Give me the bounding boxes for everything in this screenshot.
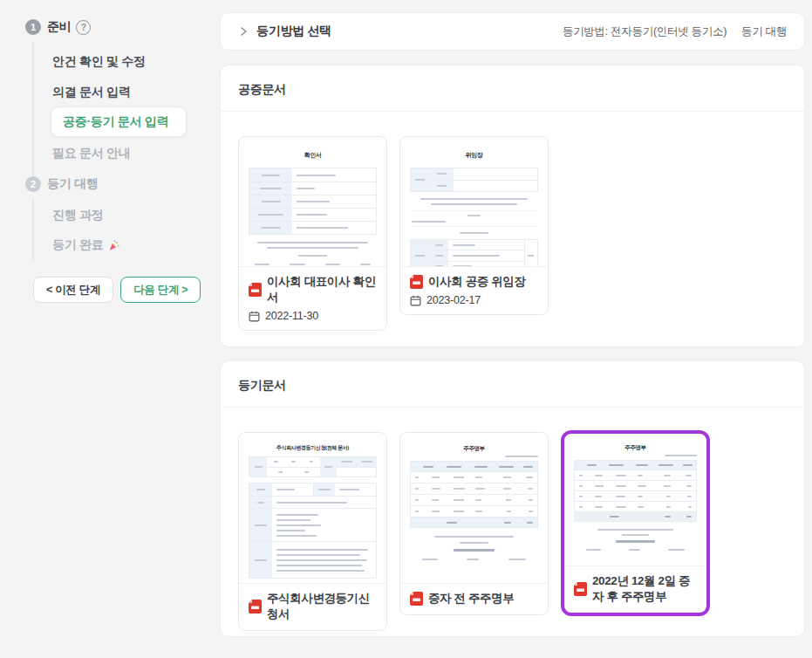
step-1-header: 1 준비 ? [25,19,91,35]
chevron-right-icon [238,26,249,37]
section-title: 공증문서 [221,65,804,111]
pdf-icon [574,582,587,596]
document-card-power-of-attorney[interactable]: 위임장 [399,136,549,315]
next-step-button[interactable]: 다음 단계 > [120,277,201,303]
step-connector-line [32,199,34,260]
document-file-title: 이사회 공증 위임장 [428,274,526,290]
thumbnail-doc-title: 위임장 [410,151,538,160]
card-footer: 이사회 공증 위임장 2023-02-17 [400,266,548,314]
sidebar-item-resolution-docs[interactable]: 의결 문서 입력 [52,85,130,100]
party-popper-icon [107,239,120,252]
thumbnail-doc-title: 주주명부 [574,444,697,452]
step-connector-line [32,42,34,185]
document-thumbnail: 확인서 [239,137,386,266]
card-list: 확인서 [221,112,804,331]
pdf-icon [410,275,423,289]
pdf-icon [249,283,262,297]
thumbnail-doc-title: 주주명부 [410,445,538,453]
document-file-title: 증자 전 주주명부 [428,591,514,607]
step-1-number-badge: 1 [25,19,41,35]
document-thumbnail: 주주명부 [400,433,548,583]
registry-method-header[interactable]: 등기방법 선택 등기방법: 전자등기(인터넷 등기소) 등기 대행 [220,12,805,51]
document-file-title: 2022년 12월 2일 증자 후 주주명부 [592,573,697,605]
registry-method-value: 등기 대행 [741,24,787,39]
sidebar-item-notary-registry-docs-active[interactable]: 공증·등기 문서 입력 [51,106,187,137]
thumbnail-doc-title: 확인서 [249,151,377,160]
document-date: 2023-02-17 [426,294,481,306]
registry-method-summary: 등기방법: 전자등기(인터넷 등기소) 등기 대행 [563,24,787,39]
step-2-label: 등기 대행 [47,176,98,192]
pdf-icon [410,592,423,606]
card-footer: 증자 전 주주명부 [400,583,548,614]
sidebar-item-label: 등기 완료 [52,237,103,253]
page: 1 준비 ? 안건 확인 및 수정 의결 문서 입력 공증·등기 문서 입력 필… [0,0,812,658]
document-card-shareholder-list-before[interactable]: 주주명부 [399,432,549,615]
sidebar-item-agenda-check[interactable]: 안건 확인 및 수정 [52,54,146,70]
document-file-title: 주식회사변경등기신청서 [267,591,377,622]
card-footer: 2022년 12월 2일 증자 후 주주명부 [564,565,706,613]
previous-step-button[interactable]: < 이전 단계 [33,277,113,303]
notary-documents-panel: 공증문서 확인서 [220,65,805,347]
document-thumbnail: 위임장 [400,137,548,266]
registry-method-label: 등기방법: 전자등기(인터넷 등기소) [563,24,727,39]
pdf-icon [249,600,262,613]
document-card-confirmation[interactable]: 확인서 [238,136,387,331]
document-card-registration-application[interactable]: 주식회사변경등기신청(전체 문서) [238,432,387,631]
document-card-shareholder-list-after-selected[interactable]: 주주명부 [561,430,710,616]
sidebar-item-required-docs: 필요 문서 안내 [52,146,130,161]
header-title: 등기방법 선택 [256,24,331,39]
sidebar-item-registry-complete: 등기 완료 [52,237,120,253]
step-1-label: 준비 [47,19,71,35]
document-thumbnail: 주주명부 [564,434,706,565]
sidebar: 1 준비 ? 안건 확인 및 수정 의결 문서 입력 공증·등기 문서 입력 필… [0,0,220,658]
registry-documents-panel: 등기문서 주식회사변경등기신청(전체 문서) [220,360,805,637]
section-title: 등기문서 [221,361,804,407]
sidebar-item-label: 공증·등기 문서 입력 [63,114,168,130]
card-footer: 주식회사변경등기신청서 [239,583,386,630]
calendar-icon [249,311,260,322]
step-buttons: < 이전 단계 다음 단계 > [33,277,201,303]
thumbnail-doc-title: 주식회사변경등기신청(전체 문서) [249,444,377,452]
card-list: 주식회사변경등기신청(전체 문서) [221,408,804,631]
step-2-header: 2 등기 대행 [25,176,98,192]
card-footer: 이사회 대표이사 확인서 2022-11-30 [239,266,386,330]
document-thumbnail: 주식회사변경등기신청(전체 문서) [239,433,386,583]
document-date: 2022-11-30 [265,310,318,322]
calendar-icon [410,295,421,306]
step-2-number-badge: 2 [25,176,41,192]
help-icon[interactable]: ? [76,20,91,35]
sidebar-item-progress: 진행 과정 [52,208,103,223]
document-file-title: 이사회 대표이사 확인서 [267,274,377,305]
